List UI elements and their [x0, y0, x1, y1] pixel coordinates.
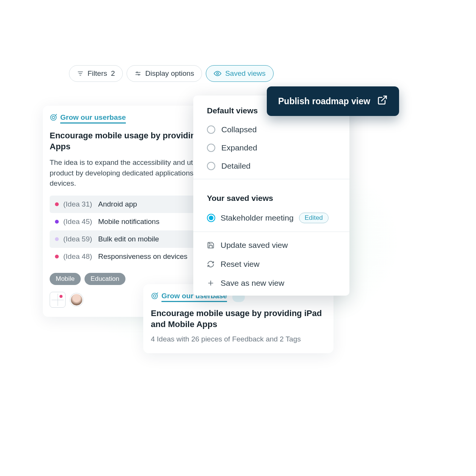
action-label: Update saved view — [221, 241, 288, 250]
saved-views-label: Saved views — [225, 69, 266, 78]
card-summary: 4 Ideas with 26 pieces of Feedback and 2… — [151, 335, 326, 343]
radio-icon — [207, 125, 215, 134]
saved-views-button[interactable]: Saved views — [206, 65, 274, 82]
svg-point-6 — [138, 74, 139, 75]
idea-title: Android app — [98, 200, 207, 208]
filters-count: 2 — [111, 69, 115, 78]
status-dot — [55, 237, 59, 241]
svg-point-4 — [137, 72, 138, 73]
publish-label: Publish roadmap view — [278, 96, 370, 106]
tag[interactable]: Mobile — [50, 273, 81, 285]
target-icon — [151, 292, 158, 302]
refresh-icon — [207, 260, 215, 268]
status-dot — [55, 220, 59, 224]
priority-grid-icon[interactable] — [50, 292, 66, 308]
status-dot — [55, 202, 59, 206]
view-option-label: Collapsed — [221, 125, 257, 134]
svg-point-7 — [217, 73, 219, 75]
view-option-label: Detailed — [221, 161, 251, 171]
view-option-expanded[interactable]: Expanded — [193, 139, 349, 157]
radio-icon — [207, 214, 215, 222]
saved-view-item[interactable]: Stakeholder meeting Edited — [193, 208, 349, 228]
save-as-new-view-button[interactable]: Save as new view — [193, 274, 349, 293]
goal-label: Grow our userbase — [60, 113, 126, 124]
view-option-collapsed[interactable]: Collapsed — [193, 121, 349, 139]
status-dot — [55, 255, 59, 258]
tag[interactable]: Education — [85, 273, 125, 285]
saved-views-panel: Default views Collapsed Expanded Detaile… — [193, 96, 349, 296]
filters-button[interactable]: Filters 2 — [69, 65, 123, 82]
idea-id: (Idea 48) — [63, 252, 92, 261]
display-options-label: Display options — [145, 69, 194, 78]
card-title: Encourage mobile usage by providing iPad… — [151, 308, 326, 330]
avatar[interactable] — [70, 293, 83, 306]
reset-view-button[interactable]: Reset view — [193, 255, 349, 274]
svg-point-9 — [52, 116, 55, 119]
filter-icon — [77, 70, 84, 77]
target-icon — [50, 114, 57, 123]
display-options-button[interactable]: Display options — [127, 65, 202, 82]
idea-id: (Idea 59) — [63, 235, 92, 243]
filters-label: Filters — [88, 69, 107, 78]
sliders-icon — [135, 70, 141, 77]
divider — [193, 179, 349, 179]
view-option-detailed[interactable]: Detailed — [193, 157, 349, 175]
svg-point-11 — [153, 295, 156, 298]
radio-icon — [207, 144, 215, 152]
idea-id: (Idea 31) — [63, 200, 92, 208]
save-icon — [207, 241, 215, 249]
plus-icon — [207, 279, 215, 287]
edited-badge: Edited — [299, 213, 329, 223]
view-option-label: Expanded — [221, 143, 257, 152]
external-link-icon — [377, 95, 388, 108]
saved-view-label: Stakeholder meeting — [221, 213, 294, 222]
publish-roadmap-button[interactable]: Publish roadmap view — [267, 86, 399, 116]
saved-views-heading: Your saved views — [193, 183, 349, 208]
action-label: Save as new view — [221, 279, 284, 288]
svg-line-14 — [382, 96, 387, 101]
action-label: Reset view — [221, 260, 260, 269]
update-saved-view-button[interactable]: Update saved view — [193, 236, 349, 255]
eye-icon — [214, 70, 221, 77]
idea-id: (Idea 45) — [63, 218, 92, 226]
divider — [193, 232, 349, 232]
toolbar: Filters 2 Display options Saved views — [69, 65, 274, 82]
radio-icon — [207, 162, 215, 170]
